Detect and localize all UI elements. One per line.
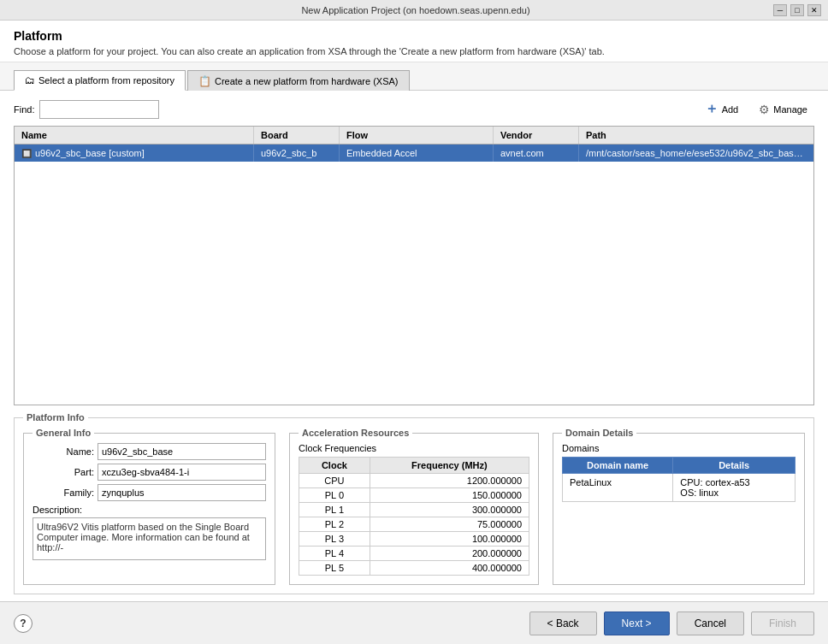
domain-name-header: Domain name	[563, 458, 673, 474]
gear-icon: ⚙	[759, 103, 770, 116]
maximize-button[interactable]: □	[790, 4, 804, 16]
tab-xsa-label: Create a new platform from hardware (XSA…	[215, 76, 399, 86]
col-header-flow: Flow	[340, 127, 494, 144]
clock-cell: CPU	[299, 474, 370, 488]
desc-value: Ultra96V2 Vitis platform based on the Si…	[33, 517, 266, 560]
main-content: Platform Choose a platform for your proj…	[0, 21, 828, 601]
find-input[interactable]	[39, 100, 159, 119]
freq-cell: 200.000000	[370, 547, 529, 561]
name-input[interactable]	[98, 443, 266, 460]
manage-label: Manage	[773, 104, 807, 115]
platform-info-legend: Platform Info	[23, 412, 88, 422]
title-bar-text: New Application Project (on hoedown.seas…	[58, 5, 773, 15]
col-header-name: Name	[15, 127, 254, 144]
clock-cell: PL 1	[299, 503, 370, 517]
freq-cell: 400.000000	[370, 561, 529, 576]
tab-select-label: Select a platform from repository	[38, 75, 174, 86]
platform-row-icon: 🔲	[21, 149, 32, 158]
freq-cell: 150.000000	[370, 488, 529, 503]
accel-legend: Acceleration Resources	[299, 428, 412, 438]
title-bar-controls: ─ □ ✕	[773, 4, 821, 16]
xsa-tab-icon: 📋	[198, 75, 211, 87]
clock-row: PL 5400.000000	[299, 561, 529, 576]
platform-table: Name Board Flow Vendor Path 🔲 u96v2_sbc_…	[14, 126, 814, 405]
finish-button[interactable]: Finish	[751, 612, 814, 635]
family-label: Family:	[33, 487, 94, 498]
tab-create-xsa[interactable]: 📋 Create a new platform from hardware (X…	[187, 70, 410, 91]
cell-board: u96v2_sbc_b	[254, 145, 340, 162]
platform-title: Platform	[14, 29, 814, 43]
freq-cell: 1200.000000	[370, 474, 529, 488]
family-field-row: Family:	[33, 484, 266, 501]
clock-cell: PL 5	[299, 561, 370, 576]
add-label: Add	[722, 104, 739, 115]
footer: ? < Back Next > Cancel Finish	[0, 601, 828, 644]
freq-cell: 300.000000	[370, 503, 529, 517]
clock-row: PL 1300.000000	[299, 503, 529, 517]
find-label: Find:	[14, 104, 34, 115]
clock-cell: PL 0	[299, 488, 370, 503]
platform-header: Platform Choose a platform for your proj…	[0, 21, 828, 62]
platform-info-fieldset: Platform Info General Info Name: Part: F…	[14, 412, 814, 594]
clock-row: CPU1200.000000	[299, 474, 529, 488]
platform-description: Choose a platform for your project. You …	[14, 46, 814, 56]
table-row[interactable]: 🔲 u96v2_sbc_base [custom] u96v2_sbc_b Em…	[15, 145, 813, 162]
col-header-path: Path	[579, 127, 813, 144]
title-bar: New Application Project (on hoedown.seas…	[0, 0, 828, 21]
add-icon: ＋	[705, 100, 719, 118]
tab-container: 🗂 Select a platform from repository 📋 Cr…	[0, 62, 828, 91]
part-input[interactable]	[98, 464, 266, 481]
add-button[interactable]: ＋ Add	[698, 97, 746, 121]
find-bar: Find: ＋ Add ⚙ Manage	[14, 97, 814, 121]
general-info-fieldset: General Info Name: Part: Family: Descrip…	[23, 428, 275, 585]
cell-name: 🔲 u96v2_sbc_base [custom]	[15, 145, 254, 162]
table-header: Name Board Flow Vendor Path	[15, 127, 813, 145]
back-button[interactable]: < Back	[529, 612, 597, 635]
domain-details-fieldset: Domain Details Domains Domain name Detai…	[553, 428, 805, 585]
freq-col-header: Frequency (MHz)	[370, 458, 529, 474]
domain-details-header: Details	[673, 458, 795, 474]
domain-legend: Domain Details	[562, 428, 636, 438]
clock-row: PL 275.000000	[299, 517, 529, 532]
cell-path: /mnt/castor/seas_home/e/ese532/u96v2_sbc…	[579, 145, 813, 162]
clock-title: Clock Frequencies	[299, 443, 529, 453]
name-label: Name:	[33, 446, 94, 457]
name-field-row: Name:	[33, 443, 266, 460]
cell-vendor: avnet.com	[494, 145, 579, 162]
general-info-legend: General Info	[33, 428, 94, 438]
domain-table: Domain name Details PetaLinuxCPU: cortex…	[562, 457, 795, 502]
clock-row: PL 0150.000000	[299, 488, 529, 503]
tab-select-repository[interactable]: 🗂 Select a platform from repository	[14, 70, 186, 91]
domain-row: PetaLinuxCPU: cortex-a53OS: linux	[563, 474, 795, 502]
domains-label: Domains	[562, 443, 795, 453]
footer-left: ?	[14, 614, 33, 633]
family-input[interactable]	[98, 484, 266, 501]
footer-right: < Back Next > Cancel Finish	[529, 612, 814, 635]
tabs: 🗂 Select a platform from repository 📋 Cr…	[14, 69, 814, 90]
repo-tab-icon: 🗂	[25, 74, 35, 86]
cell-flow: Embedded Accel	[340, 145, 494, 162]
help-button[interactable]: ?	[14, 614, 33, 633]
col-header-board: Board	[254, 127, 340, 144]
part-label: Part:	[33, 467, 94, 477]
close-button[interactable]: ✕	[807, 4, 821, 16]
info-panels: General Info Name: Part: Family: Descrip…	[23, 428, 805, 585]
manage-button[interactable]: ⚙ Manage	[752, 100, 814, 119]
clock-cell: PL 3	[299, 532, 370, 547]
clock-row: PL 3100.000000	[299, 532, 529, 547]
table-section: Find: ＋ Add ⚙ Manage Name Board Flow Ven…	[0, 91, 828, 412]
next-button[interactable]: Next >	[604, 612, 670, 635]
col-header-vendor: Vendor	[494, 127, 579, 144]
accel-resources-fieldset: Acceleration Resources Clock Frequencies…	[289, 428, 539, 585]
clock-table: Clock Frequency (MHz) CPU1200.000000PL 0…	[299, 457, 529, 576]
freq-cell: 75.000000	[370, 517, 529, 532]
clock-col-header: Clock	[299, 458, 370, 474]
clock-cell: PL 4	[299, 547, 370, 561]
clock-row: PL 4200.000000	[299, 547, 529, 561]
toolbar-right: ＋ Add ⚙ Manage	[698, 97, 814, 121]
minimize-button[interactable]: ─	[773, 4, 787, 16]
domain-detail-cell: CPU: cortex-a53OS: linux	[673, 474, 795, 502]
freq-cell: 100.000000	[370, 532, 529, 547]
domain-name-cell: PetaLinux	[563, 474, 673, 502]
cancel-button[interactable]: Cancel	[677, 612, 744, 635]
